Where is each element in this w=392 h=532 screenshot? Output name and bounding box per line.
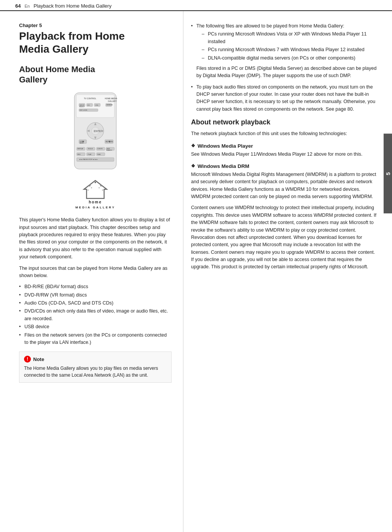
svg-point-48 xyxy=(89,184,91,186)
bullet-list-sources: BD-R/RE (BDAV format) discs DVD-R/RW (VR… xyxy=(19,283,172,346)
svg-text:MENU: MENU xyxy=(80,142,84,144)
list-item: To play back audio files stored on compo… xyxy=(191,84,377,113)
subsection-wmdrm: Windows Media DRM xyxy=(191,163,377,169)
svg-text:TV CONTROL: TV CONTROL xyxy=(84,97,96,100)
list-item: BD-R/RE (BDAV format) discs xyxy=(19,283,172,290)
note-box: ! Note The Home Media Gallery allows you… xyxy=(19,351,172,383)
svg-point-50 xyxy=(100,184,102,186)
svg-text:TOOLS: TOOLS xyxy=(88,148,93,150)
page-number: 64 xyxy=(15,3,21,9)
files-stored-text: Files stored in a PC or DMS (Digital Med… xyxy=(196,65,377,80)
dash-list-compat: PCs running Microsoft Windows Vista or X… xyxy=(202,31,377,62)
section-title-hmg: About Home MediaGallery xyxy=(19,64,172,85)
list-item: Audio CDs (CD-DA, SACD and DTS CDs) xyxy=(19,300,172,307)
sidebar-tab: 5 Playback from Home Media Gallery xyxy=(384,134,392,213)
svg-text:KEY LOCK: KEY LOCK xyxy=(80,109,87,111)
svg-text:HOME MEDIA: HOME MEDIA xyxy=(105,97,117,100)
remote-image-area: TV CONTROL HOME MEDIA GALLERY INPUT SELE… xyxy=(19,91,172,171)
svg-text:VOL: VOL xyxy=(95,104,99,106)
svg-marker-47 xyxy=(84,181,107,198)
intro-text: This player's Home Media Gallery functio… xyxy=(19,216,172,261)
header-title: Playback from Home Media Gallery xyxy=(34,3,111,9)
hmg-logo: homeMEDIA GALLERY xyxy=(19,179,172,210)
svg-text:REPLAY: REPLAY xyxy=(77,148,84,150)
svg-text:SELECT: SELECT xyxy=(79,106,85,108)
right-bullet-list-files: The following files are allowed to be pl… xyxy=(191,23,377,113)
svg-text:SEARCH: SEARCH xyxy=(106,150,112,151)
svg-text:GALLERY: GALLERY xyxy=(108,100,117,102)
svg-text:PLAY: PLAY xyxy=(88,153,92,155)
left-column: Chapter 5 Playback from HomeMedia Galler… xyxy=(0,11,183,532)
svg-text:KARAOKE: KARAOKE xyxy=(106,104,113,106)
svg-text:REV: REV xyxy=(77,153,81,155)
hmg-icon-svg xyxy=(82,179,109,200)
note-text: The Home Media Gallery allows you to pla… xyxy=(24,365,167,379)
svg-point-49 xyxy=(95,182,96,183)
note-header: ! Note xyxy=(24,356,167,363)
hmg-logo-text: MEDIA GALLERY xyxy=(76,206,116,209)
svg-text:◄/◄  PAUSE  STOP  ►/►►: ◄/◄ PAUSE STOP ►/►► xyxy=(79,158,98,160)
svg-point-53 xyxy=(99,187,100,188)
svg-point-51 xyxy=(88,189,89,190)
list-item: DVD-R/RW (VR format) discs xyxy=(19,292,172,299)
svg-text:FWD: FWD xyxy=(97,153,101,155)
list-item: PCs running Microsoft Windows Vista or X… xyxy=(202,31,377,45)
svg-text:CH: CH xyxy=(87,104,90,106)
svg-point-52 xyxy=(91,187,92,188)
svg-point-54 xyxy=(102,189,103,190)
note-label: Note xyxy=(33,356,44,362)
list-item: PCs running Microsoft Windows 7 with Win… xyxy=(202,46,377,53)
remote-control-image: TV CONTROL HOME MEDIA GALLERY INPUT SELE… xyxy=(63,91,128,171)
wmp-text: See Windows Media Player 11/Windows Medi… xyxy=(191,151,377,158)
wmdrm-para1: Microsoft Windows Media Digital Rights M… xyxy=(191,171,377,201)
list-item: Files on the network servers (on the PCs… xyxy=(19,332,172,347)
network-intro: The network playback function of this un… xyxy=(191,130,377,137)
note-icon: ! xyxy=(24,356,31,363)
list-item: USB device xyxy=(19,323,172,330)
chapter-title: Playback from HomeMedia Gallery xyxy=(19,30,172,55)
subsection-wmp: Windows Media Player xyxy=(191,143,377,149)
page-lang: En xyxy=(24,4,29,8)
content-area: Chapter 5 Playback from HomeMedia Galler… xyxy=(0,11,392,532)
svg-text:CONTS: CONTS xyxy=(97,148,103,150)
list-item: DVD/CDs on which only data files of vide… xyxy=(19,308,172,322)
section-title-network: About network playback xyxy=(191,118,377,126)
page-header: 64 En Playback from Home Media Gallery xyxy=(0,0,392,11)
list-item: The following files are allowed to be pl… xyxy=(191,23,377,80)
chapter-label: Chapter 5 xyxy=(19,23,172,28)
list-item: DLNA-compatible digital media servers (o… xyxy=(202,55,377,62)
sidebar-chapter-num: 5 xyxy=(385,172,391,175)
input-sources-intro: The input sources that can be played fro… xyxy=(19,265,172,280)
right-column: The following files are allowed to be pl… xyxy=(183,11,392,532)
wmdrm-para2: Content owners use WMDRM technology to p… xyxy=(191,204,377,271)
